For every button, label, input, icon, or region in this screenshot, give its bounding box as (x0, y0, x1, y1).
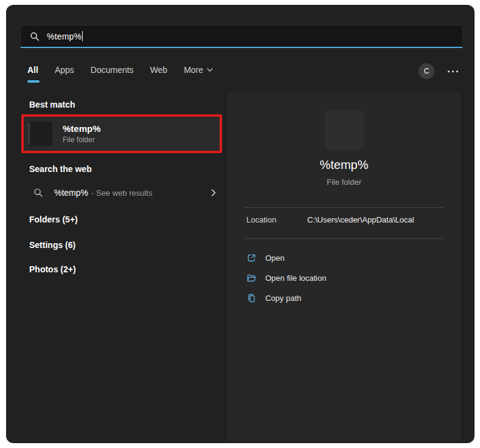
action-open[interactable]: Open (227, 248, 461, 268)
open-external-icon (246, 253, 257, 263)
search-web-header: Search the web (29, 164, 92, 174)
web-result-query: %temp% (54, 188, 88, 198)
web-search-result[interactable]: %temp% - See web results (21, 180, 223, 205)
action-open-file-location-label: Open file location (265, 274, 326, 283)
location-value: C:\Users\ceder\AppData\Local (307, 215, 414, 224)
best-match-subtitle: File folder (63, 136, 101, 144)
best-match-result[interactable]: %temp% File folder (21, 114, 222, 153)
location-label: Location (246, 215, 307, 224)
preview-title: %temp% (227, 158, 461, 172)
folder-icon (28, 122, 52, 146)
avatar-initial: C (424, 67, 430, 75)
divider (244, 207, 444, 208)
best-match-title: %temp% (63, 123, 101, 134)
search-icon (33, 188, 43, 198)
group-folders[interactable]: Folders (5+) (29, 215, 78, 224)
results-column: Best match %temp% File folder Search the… (6, 5, 227, 443)
group-settings[interactable]: Settings (6) (29, 240, 75, 250)
preview-folder-icon (325, 111, 364, 150)
action-open-label: Open (265, 253, 285, 263)
divider (244, 238, 444, 239)
preview-subtitle: File folder (227, 177, 461, 187)
group-photos[interactable]: Photos (2+) (29, 264, 76, 274)
action-open-file-location[interactable]: Open file location (227, 268, 461, 288)
action-list: Open Open file location Copy path (227, 248, 461, 308)
more-options-icon[interactable] (447, 67, 459, 76)
user-avatar[interactable]: C (419, 63, 434, 79)
web-result-suffix: - See web results (91, 188, 152, 198)
best-match-header: Best match (29, 100, 75, 109)
folder-open-icon (246, 273, 257, 283)
preview-panel: %temp% File folder Location C:\Users\ced… (227, 91, 461, 442)
search-flyout-window: %temp% All Apps Documents Web More C (6, 5, 475, 443)
action-copy-path[interactable]: Copy path (227, 288, 461, 308)
best-match-text: %temp% File folder (63, 123, 101, 144)
action-copy-path-label: Copy path (265, 294, 301, 303)
chevron-right-icon (210, 189, 217, 196)
copy-icon (246, 293, 257, 303)
location-row: Location C:\Users\ceder\AppData\Local (246, 215, 449, 224)
